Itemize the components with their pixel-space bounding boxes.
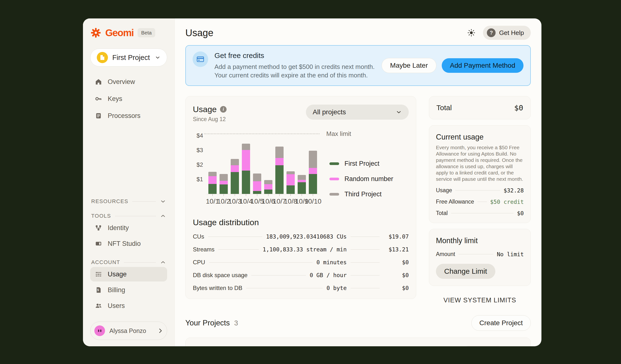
sidebar-sections: RESOURCESTOOLSIdentityNFT StudioACCOUNTU… (90, 190, 167, 314)
stacked-bar[interactable] (309, 151, 317, 194)
view-system-limits-link[interactable]: VIEW SYSTEM LIMITS (429, 296, 531, 304)
distribution-amount: 0 GB / hour (310, 272, 347, 278)
create-project-button[interactable]: Create Project (471, 315, 531, 331)
distribution-amount: 183,009,923.03410683 CUs (266, 233, 347, 240)
current-usage-rows: Usage$32.28Free Allowance$50 creditTotal… (436, 187, 524, 216)
bar-segment (298, 182, 306, 194)
change-limit-button[interactable]: Change Limit (436, 264, 495, 279)
leader-line (246, 288, 323, 288)
get-help-label: Get Help (499, 29, 524, 37)
project-selector-label: First Project (112, 54, 150, 62)
x-tick: 10/5 (253, 194, 261, 205)
sidebar-item-overview[interactable]: Overview (90, 74, 167, 89)
chevron-down-icon (160, 198, 166, 205)
sidebar-item-nft-studio[interactable]: NFT Studio (90, 236, 167, 251)
stacked-bar[interactable] (287, 171, 295, 194)
legend-label: First Project (345, 160, 380, 167)
sidebar-item-users[interactable]: Users (90, 298, 167, 313)
sidebar-item-keys[interactable]: Keys (90, 91, 167, 106)
theme-toggle-sun-icon[interactable] (466, 27, 477, 38)
bar-segment (242, 144, 250, 150)
project-filter-select[interactable]: All projects (306, 104, 409, 120)
get-help-button[interactable]: ? Get Help (483, 26, 531, 40)
section-header-account[interactable]: ACCOUNT (90, 259, 167, 265)
bar-segment (231, 172, 239, 194)
x-tick: 10/6 (264, 194, 272, 205)
distribution-cost: $0 (383, 259, 409, 265)
main-header: Usage ? Get Help (185, 26, 531, 40)
bar-segment (275, 158, 284, 165)
project-selector[interactable]: First Project (90, 49, 167, 67)
current-usage-row: Usage$32.28 (436, 187, 524, 194)
sidebar-nav: OverviewKeysProcessors (90, 73, 167, 124)
section-header-tools[interactable]: TOOLS (90, 213, 167, 219)
x-tick: 10/2 (220, 194, 228, 205)
usage-card-subtitle: Since Aug 12 (193, 116, 226, 122)
info-icon[interactable]: i (220, 106, 226, 113)
details-button[interactable]: Details (461, 346, 506, 346)
leader-line (350, 262, 380, 262)
section-header-resources[interactable]: RESOURCES (90, 198, 167, 205)
add-payment-method-button[interactable]: Add Payment Method (442, 58, 523, 73)
y-tick-label: $1 (196, 176, 203, 183)
bar-segment (253, 181, 261, 191)
distribution-cost: $13.21 (383, 246, 409, 253)
summary-column: Total $0 Current usage Every month, you … (429, 96, 531, 304)
stacked-bar[interactable] (264, 180, 272, 194)
sidebar-spacer (90, 124, 167, 190)
usage-row-value: $32.28 (504, 187, 524, 194)
legend-label: Third Project (345, 191, 381, 198)
bar-segment (220, 184, 228, 194)
project-doc-icon (97, 52, 108, 63)
chevron-right-icon (157, 328, 163, 334)
project-filter-value: All projects (313, 108, 346, 116)
current-usage-card: Current usage Every month, you receive a… (429, 125, 531, 223)
sidebar-item-usage[interactable]: Usage (90, 267, 167, 281)
nft-studio-icon (95, 240, 102, 247)
x-axis-labels: 10/110/210/310/410/510/610/710/810/910/1… (208, 194, 317, 205)
stacked-bar[interactable] (220, 174, 228, 194)
distribution-title: Usage distribution (193, 218, 409, 227)
monthly-limit-title: Monthly limit (436, 236, 524, 245)
stacked-bar[interactable] (208, 172, 217, 194)
legend-label: Random number (345, 175, 393, 183)
x-tick: 10/4 (242, 194, 250, 205)
distribution-cost: $0 (383, 285, 409, 291)
bar-segment (298, 175, 306, 180)
distribution-row: CUs183,009,923.03410683 CUs$19.07 (193, 233, 409, 240)
leader-line (477, 202, 487, 202)
legend-item: First Project (329, 160, 393, 167)
x-tick: 10/10 (309, 194, 317, 205)
stacked-bar[interactable] (298, 175, 306, 194)
chevron-down-icon (396, 109, 402, 115)
bars (208, 144, 317, 194)
leader-line (209, 262, 313, 262)
monthly-limit-card: Monthly limit Amount No limit Change Lim… (429, 229, 531, 286)
sidebar-item-billing[interactable]: $Billing (90, 283, 167, 297)
max-limit-line (204, 134, 319, 134)
main-content: Usage ? Get Help Get free credits Add a … (175, 18, 541, 346)
stacked-bar[interactable] (253, 173, 261, 194)
sidebar-item-label: Keys (108, 95, 122, 103)
sidebar-item-processors[interactable]: Processors (90, 108, 167, 123)
section-label: RESOURCES (91, 198, 128, 205)
leader-line (218, 249, 259, 250)
maybe-later-button[interactable]: Maybe Later (381, 58, 436, 73)
chevron-up-icon (160, 213, 166, 219)
sidebar-item-identity[interactable]: Identity (90, 221, 167, 235)
current-usage-row: Total$0 (436, 210, 524, 216)
credit-card-icon (193, 52, 208, 67)
leader-line (455, 190, 500, 191)
x-tick: 10/8 (287, 194, 295, 205)
stacked-bar[interactable] (242, 144, 250, 194)
chevron-up-icon (160, 259, 166, 265)
bar-segment (264, 180, 272, 184)
total-value: $0 (514, 103, 523, 112)
bar-segment (264, 184, 272, 190)
stacked-bar[interactable] (275, 147, 284, 194)
user-menu-button[interactable]: Alyssa Ponzo (90, 322, 167, 340)
page-title: Usage (185, 27, 213, 38)
stacked-bar[interactable] (231, 159, 239, 194)
x-tick-label: 10/10 (304, 198, 321, 205)
legend-item: Random number (329, 175, 393, 183)
